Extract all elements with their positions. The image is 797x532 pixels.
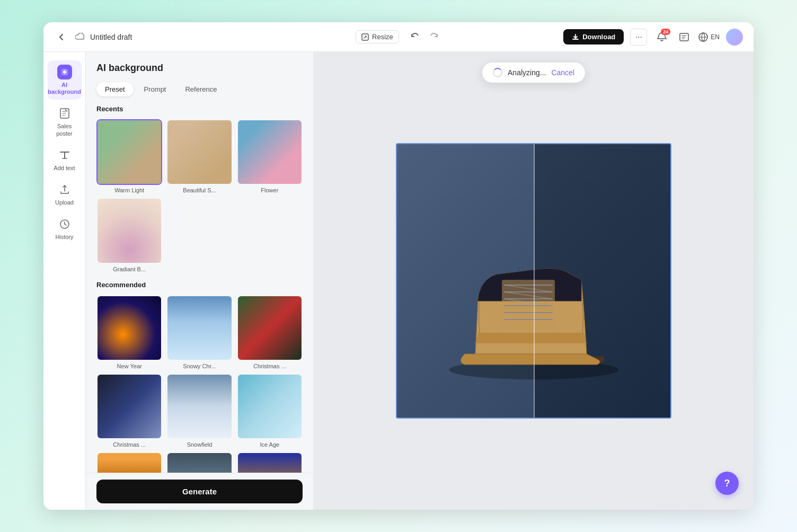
add-text-icon <box>57 148 72 163</box>
image-label-christmas1: Christmas ... <box>237 363 303 369</box>
recommended-grid: New Year Snowy Chr... Christmas ... <box>96 295 303 473</box>
image-card-snowy-chr[interactable]: Snowy Chr... <box>166 295 232 369</box>
sidebar-item-add-text-label: Add text <box>54 165 75 172</box>
generate-button[interactable]: Generate <box>96 480 303 503</box>
image-card-desert-gal[interactable]: Desert Gal... <box>237 452 303 473</box>
sidebar-item-ai-background-label: AIbackground <box>48 82 81 95</box>
image-thumb-snowy-chr[interactable] <box>166 295 232 361</box>
image-card-ice-age[interactable]: Ice Age <box>237 374 303 448</box>
cancel-button[interactable]: Cancel <box>551 68 574 77</box>
image-card-gradient-b[interactable]: Gradiant B... <box>96 198 162 272</box>
panel-title: AI background <box>86 52 313 82</box>
recents-title: Recents <box>96 105 303 113</box>
image-label-new-year: New Year <box>96 363 162 369</box>
canvas-divider <box>534 144 535 418</box>
image-card-rainy-street[interactable]: Rainy Street <box>96 452 162 473</box>
image-thumb-flower[interactable] <box>237 119 303 185</box>
app-window: Untitled draft Resize <box>43 22 754 510</box>
panel-scroll[interactable]: Recents Warm Light Beautiful S... <box>86 105 313 473</box>
sidebar-item-add-text[interactable]: Add text <box>48 144 82 176</box>
undo-redo-group <box>408 30 441 45</box>
panel: AI background Preset Prompt Reference Re… <box>86 52 314 510</box>
back-button[interactable] <box>54 30 69 45</box>
main-area: AIbackground Sales poster <box>43 52 754 510</box>
resize-icon <box>361 33 369 41</box>
tab-reference[interactable]: Reference <box>176 82 225 96</box>
more-icon: ··· <box>635 32 642 42</box>
header-left: Untitled draft <box>54 30 279 45</box>
header-right: Download ··· 24 <box>518 29 743 46</box>
more-options-button[interactable]: ··· <box>630 29 647 46</box>
image-thumb-christmas2[interactable] <box>96 374 162 439</box>
share-button[interactable] <box>677 30 692 45</box>
sidebar-item-upload-label: Upload <box>55 199 74 206</box>
sidebar-item-history-label: History <box>55 234 73 241</box>
image-label-flower: Flower <box>237 187 303 193</box>
spinner-icon <box>493 68 502 77</box>
globe-icon <box>698 32 709 42</box>
image-label-warm-light: Warm Light <box>96 187 162 193</box>
redo-button[interactable] <box>427 30 441 45</box>
language-label: EN <box>711 33 720 41</box>
image-card-christmas2[interactable]: Christmas ... <box>96 374 162 448</box>
help-icon: ? <box>724 478 730 489</box>
image-thumb-rainy-river[interactable] <box>166 452 232 473</box>
image-card-rainy-river[interactable]: Rainy River... <box>166 452 232 473</box>
canvas-area: Analyzing... Cancel <box>314 52 754 510</box>
image-thumb-snowfield[interactable] <box>166 374 232 439</box>
boot-container <box>397 144 670 418</box>
sales-poster-icon <box>57 106 72 121</box>
ai-background-icon <box>57 65 72 79</box>
image-thumb-beautiful-s[interactable] <box>166 119 232 185</box>
sidebar-item-sales-poster-label: Sales poster <box>50 123 79 137</box>
image-card-beautiful-s[interactable]: Beautiful S... <box>166 119 232 193</box>
help-button[interactable]: ? <box>715 472 739 495</box>
doc-title: Untitled draft <box>90 33 132 41</box>
image-card-new-year[interactable]: New Year <box>96 295 162 369</box>
image-thumb-christmas1[interactable] <box>237 295 303 361</box>
image-thumb-gradient-b[interactable] <box>96 198 162 263</box>
undo-button[interactable] <box>408 30 422 45</box>
image-label-gradient-b: Gradiant B... <box>96 266 162 272</box>
image-card-christmas1[interactable]: Christmas ... <box>237 295 303 369</box>
image-thumb-ice-age[interactable] <box>237 374 303 439</box>
header-center: Resize <box>286 30 511 45</box>
history-icon <box>57 217 72 232</box>
recents-grid: Warm Light Beautiful S... Flower <box>96 119 303 272</box>
image-label-ice-age: Ice Age <box>237 441 303 448</box>
resize-button[interactable]: Resize <box>356 30 399 43</box>
canvas-frame <box>396 143 671 419</box>
tab-preset[interactable]: Preset <box>96 82 134 96</box>
image-label-snowy-chr: Snowy Chr... <box>166 363 232 369</box>
user-avatar[interactable] <box>726 29 743 46</box>
analyzing-toast: Analyzing... Cancel <box>482 63 585 83</box>
image-thumb-new-year[interactable] <box>96 295 162 361</box>
notification-badge: 24 <box>661 29 670 35</box>
language-button[interactable]: EN <box>698 32 720 42</box>
image-label-christmas2: Christmas ... <box>96 441 162 448</box>
analyzing-text: Analyzing... <box>508 68 546 77</box>
download-button[interactable]: Download <box>563 29 624 45</box>
image-label-beautiful-s: Beautiful S... <box>166 187 232 193</box>
header: Untitled draft Resize <box>43 22 754 52</box>
recommended-title: Recommended <box>96 281 303 289</box>
image-card-flower[interactable]: Flower <box>237 119 303 193</box>
download-icon <box>572 33 579 41</box>
image-thumb-warm-light[interactable] <box>96 119 162 185</box>
image-card-snowfield[interactable]: Snowfield <box>166 374 232 448</box>
tab-prompt[interactable]: Prompt <box>136 82 175 96</box>
image-label-snowfield: Snowfield <box>166 441 232 448</box>
notifications-button[interactable]: 24 <box>653 29 670 46</box>
sidebar-item-ai-background[interactable]: AIbackground <box>48 60 82 100</box>
sidebar: AIbackground Sales poster <box>43 52 86 510</box>
upload-icon <box>57 182 72 197</box>
sidebar-item-history[interactable]: History <box>48 212 82 245</box>
tab-bar: Preset Prompt Reference <box>86 82 313 105</box>
sidebar-item-sales-poster[interactable]: Sales poster <box>48 102 82 141</box>
image-thumb-desert-gal[interactable] <box>237 452 303 473</box>
image-card-warm-light[interactable]: Warm Light <box>96 119 162 193</box>
cloud-icon <box>75 33 86 41</box>
image-thumb-rainy-street[interactable] <box>96 452 162 473</box>
sidebar-item-upload[interactable]: Upload <box>48 178 82 210</box>
cloud-icon-wrap: Untitled draft <box>75 33 132 41</box>
